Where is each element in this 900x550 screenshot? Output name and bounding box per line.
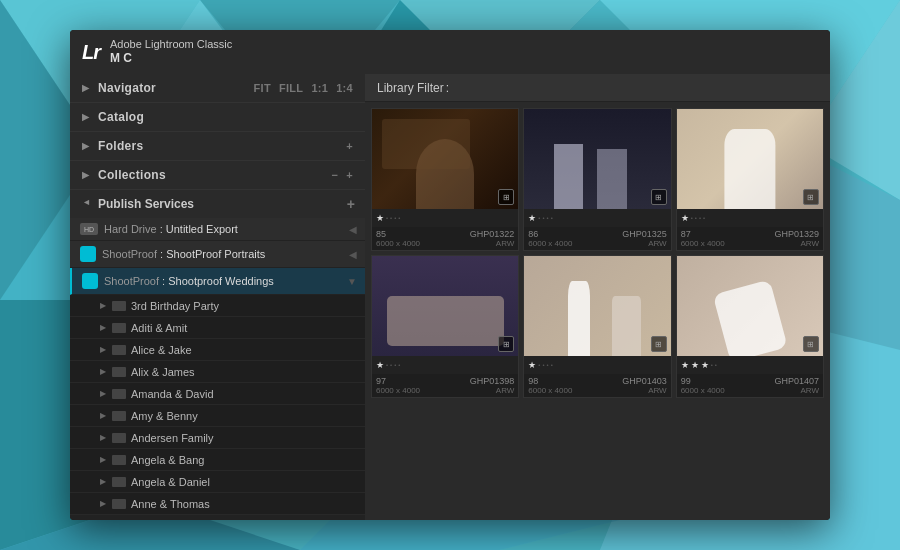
- meta-right-6: GHP01407 ARW: [774, 376, 819, 395]
- app-name: Adobe Lightroom Classic: [110, 37, 232, 51]
- album-alix-james[interactable]: ▶ Alix & James: [70, 361, 365, 383]
- photo-art-3: [677, 109, 823, 209]
- photo-cell-2[interactable]: ⊞ ★ • • • • 86 6000 x 4000: [523, 108, 671, 251]
- user-name: M C: [110, 51, 232, 67]
- star-4-1: ★: [376, 360, 384, 370]
- thumb-badge-5: ⊞: [651, 336, 667, 352]
- photo-number-6: 99: [681, 376, 725, 386]
- lr-logo: Lr: [82, 41, 100, 64]
- collections-arrow: ▶: [80, 169, 92, 181]
- album-name-4: Alix & James: [131, 366, 195, 378]
- album-icon-1: [112, 301, 126, 311]
- shootproof-portraits-detail: ShootProof Portraits: [166, 248, 265, 260]
- album-alice-jake[interactable]: ▶ Alice & Jake: [70, 339, 365, 361]
- catalog-label: Catalog: [98, 110, 355, 124]
- dot-5-4: •: [547, 362, 549, 368]
- hard-drive-service[interactable]: HD Hard Drive : Untitled Export ◀: [70, 218, 365, 241]
- photo-size-1: 6000 x 4000: [376, 239, 420, 248]
- navigator-actions: FIT FILL 1:1 1:4: [252, 82, 355, 94]
- folders-add-button[interactable]: +: [344, 140, 355, 152]
- album-icon-4: [112, 367, 126, 377]
- album-arrow-4: ▶: [98, 367, 108, 377]
- publish-services-arrow: ▼: [80, 198, 92, 210]
- folders-header[interactable]: ▶ Folders +: [70, 132, 365, 160]
- photo-art-5: [524, 256, 670, 356]
- shootproof-weddings-service[interactable]: ShootProof : Shootproof Weddings ▼: [70, 268, 365, 295]
- navigator-1-1[interactable]: 1:1: [309, 82, 330, 94]
- meta-left-4: 97 6000 x 4000: [376, 376, 420, 395]
- photo-size-2: 6000 x 4000: [528, 239, 572, 248]
- album-icon-9: [112, 477, 126, 487]
- photo-size-6: 6000 x 4000: [681, 386, 725, 395]
- navigator-1-4[interactable]: 1:4: [334, 82, 355, 94]
- star-6-2: ★: [691, 360, 699, 370]
- photo-filename-6: GHP01407: [774, 376, 819, 386]
- collections-remove-button[interactable]: −: [330, 169, 341, 181]
- collections-add-button[interactable]: +: [344, 169, 355, 181]
- folders-actions: +: [344, 140, 355, 152]
- photo-size-5: 6000 x 4000: [528, 386, 572, 395]
- album-icon-10: [112, 499, 126, 509]
- shootproof-weddings-label: ShootProof : Shootproof Weddings: [104, 275, 347, 287]
- album-andersen[interactable]: ▶ Andersen Family: [70, 427, 365, 449]
- album-angela-bang[interactable]: ▶ Angela & Bang: [70, 449, 365, 471]
- album-icon-7: [112, 433, 126, 443]
- hard-drive-chevron: ◀: [349, 224, 357, 235]
- photo-cell-1[interactable]: ⊞ ★ • • • • 85 6000 x 4000: [371, 108, 519, 251]
- dot-1-3: •: [390, 215, 392, 221]
- photo-filename-3: GHP01329: [774, 229, 819, 239]
- sidebar: ▶ Navigator FIT FILL 1:1 1:4 ▶ Catalog: [70, 74, 365, 520]
- album-anne-thomas[interactable]: ▶ Anne & Thomas: [70, 493, 365, 515]
- dot-3-4: •: [699, 215, 701, 221]
- photo-size-4: 6000 x 4000: [376, 386, 420, 395]
- photo-filename-1: GHP01322: [470, 229, 515, 239]
- hard-drive-label: Hard Drive : Untitled Export: [104, 223, 349, 235]
- navigator-label: Navigator: [98, 81, 252, 95]
- photo-cell-5[interactable]: ⊞ ★ • • • • 98 6000 x 4000: [523, 255, 671, 398]
- thumb-badge-3: ⊞: [803, 189, 819, 205]
- photo-type-4: ARW: [496, 386, 515, 395]
- meta-left-1: 85 6000 x 4000: [376, 229, 420, 248]
- publish-services-header[interactable]: ▼ Publish Services +: [70, 190, 365, 218]
- album-name-5: Amanda & David: [131, 388, 214, 400]
- photo-cell-4[interactable]: ⊞ ★ • • • • 97 6000 x 4000: [371, 255, 519, 398]
- main-layout: ▶ Navigator FIT FILL 1:1 1:4 ▶ Catalog: [70, 74, 830, 520]
- title-bar: Lr Adobe Lightroom Classic M C: [70, 30, 830, 74]
- shootproof-portraits-service[interactable]: ShootProof : ShootProof Portraits ◀: [70, 241, 365, 268]
- navigator-fit[interactable]: FIT: [252, 82, 273, 94]
- collections-label: Collections: [98, 168, 330, 182]
- photo-cell-6[interactable]: ⊞ ★ ★ ★ • • 99 6000 x 4000: [676, 255, 824, 398]
- dot-2-2: •: [538, 215, 540, 221]
- meta-right-1: GHP01322 ARW: [470, 229, 515, 248]
- navigator-fill[interactable]: FILL: [277, 82, 305, 94]
- photo-meta-4: 97 6000 x 4000 GHP01398 ARW: [372, 374, 518, 397]
- photo-art-1: [372, 109, 518, 209]
- album-3rd-birthday[interactable]: ▶ 3rd Birthday Party: [70, 295, 365, 317]
- photo-rating-3: ★ • • • •: [677, 209, 823, 227]
- title-text: Adobe Lightroom Classic M C: [110, 37, 232, 67]
- shootproof-portraits-label: ShootProof : ShootProof Portraits: [102, 248, 349, 260]
- album-icon-3: [112, 345, 126, 355]
- catalog-arrow: ▶: [80, 111, 92, 123]
- album-angela-daniel[interactable]: ▶ Angela & Daniel: [70, 471, 365, 493]
- photo-filename-2: GHP01325: [622, 229, 667, 239]
- thumb-badge-6: ⊞: [803, 336, 819, 352]
- album-arrow-2: ▶: [98, 323, 108, 333]
- album-aditi-amit[interactable]: ▶ Aditi & Amit: [70, 317, 365, 339]
- dot-4-5: •: [398, 362, 400, 368]
- folders-section: ▶ Folders +: [70, 132, 365, 161]
- album-arrow-8: ▶: [98, 455, 108, 465]
- photo-cell-3[interactable]: ⊞ ★ • • • • 87 6000 x 4000: [676, 108, 824, 251]
- star-3-1: ★: [681, 213, 689, 223]
- navigator-header[interactable]: ▶ Navigator FIT FILL 1:1 1:4: [70, 74, 365, 102]
- meta-left-5: 98 6000 x 4000: [528, 376, 572, 395]
- album-arrow-7: ▶: [98, 433, 108, 443]
- catalog-header[interactable]: ▶ Catalog: [70, 103, 365, 131]
- dot-3-5: •: [703, 215, 705, 221]
- collections-section: ▶ Collections − +: [70, 161, 365, 190]
- photo-type-6: ARW: [800, 386, 819, 395]
- collections-header[interactable]: ▶ Collections − +: [70, 161, 365, 189]
- album-amy-benny[interactable]: ▶ Amy & Benny: [70, 405, 365, 427]
- publish-services-add[interactable]: +: [347, 196, 355, 212]
- album-amanda-david[interactable]: ▶ Amanda & David: [70, 383, 365, 405]
